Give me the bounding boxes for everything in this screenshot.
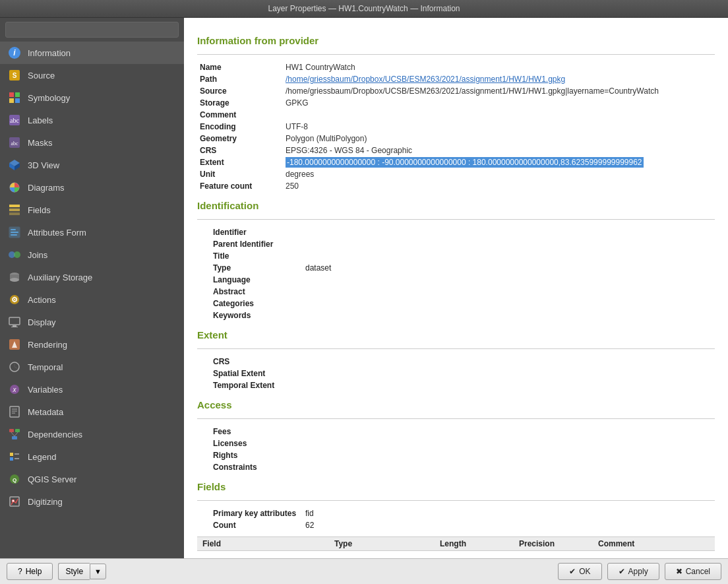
sidebar-item-actions[interactable]: ⚙ Actions	[0, 288, 184, 311]
sidebar-item-labels[interactable]: abc Labels	[0, 109, 184, 131]
sidebar-item-label: Auxiliary Storage	[28, 273, 92, 282]
field-value: GPKG	[283, 97, 715, 109]
field-value: EPSG:4326 - WGS 84 - Geographic	[283, 145, 715, 156]
sidebar-item-digitizing[interactable]: Digitizing	[0, 490, 184, 513]
field-value: UTF-8	[283, 121, 715, 133]
table-row: Licenses	[210, 438, 728, 449]
sidebar-item-label: Legend	[28, 452, 56, 462]
sidebar-item-qgis-server[interactable]: Q QGIS Server	[0, 468, 184, 490]
digitizing-icon	[8, 495, 21, 508]
sidebar-item-diagrams[interactable]: Diagrams	[0, 176, 184, 199]
sidebar-item-label: Symbology	[28, 93, 70, 103]
table-row: Path /home/griessbaum/Dropbox/UCSB/ESM26…	[197, 73, 715, 85]
field-label: Primary key attributes	[210, 507, 303, 519]
field-label: Extent	[197, 156, 283, 168]
apply-button[interactable]: ✔ Apply	[607, 563, 659, 580]
field-value: -180.0000000000000000 : -90.000000000000…	[283, 156, 715, 168]
svg-rect-42	[9, 429, 14, 432]
path-link[interactable]: /home/griessbaum/Dropbox/UCSB/ESM263/202…	[286, 75, 565, 84]
table-row: Source /home/griessbaum/Dropbox/UCSB/ESM…	[197, 85, 715, 97]
svg-rect-28	[9, 317, 20, 325]
sidebar-item-variables[interactable]: x Variables	[0, 378, 184, 401]
variables-icon: x	[8, 383, 21, 396]
symbology-icon	[8, 91, 21, 104]
field-value: HW1 CountryWatch	[283, 61, 715, 73]
field-value: /home/griessbaum/Dropbox/UCSB/ESM263/202…	[283, 73, 715, 85]
field-label: Keywords	[210, 309, 303, 321]
help-button[interactable]: ? Help	[7, 563, 53, 580]
sidebar-item-label: Dependencies	[28, 430, 82, 439]
masks-icon: abc	[8, 136, 21, 149]
access-divider	[197, 418, 715, 419]
table-row: CRS	[210, 356, 728, 368]
identification-divider	[197, 219, 715, 220]
field-value	[303, 238, 728, 250]
sidebar-item-label: Attributes Form	[28, 228, 86, 238]
identification-table: Identifier Parent Identifier Title Typed…	[210, 226, 728, 321]
svg-rect-20	[11, 234, 17, 236]
field-label: Spatial Extent	[210, 368, 303, 379]
sidebar-item-symbology[interactable]: Symbology	[0, 86, 184, 109]
svg-line-46	[15, 432, 18, 436]
3d-view-icon	[8, 158, 21, 172]
ok-button[interactable]: ✔ OK	[558, 563, 601, 580]
field-value	[303, 461, 728, 473]
field-label: Unit	[197, 168, 283, 180]
table-row: Storage GPKG	[197, 97, 715, 109]
legend-icon	[8, 450, 21, 463]
field-label: Constraints	[210, 461, 303, 473]
help-label: Help	[26, 567, 42, 576]
sidebar-item-label: 3D View	[28, 160, 59, 170]
style-button[interactable]: Style	[58, 563, 90, 580]
ok-icon: ✔	[569, 567, 576, 576]
help-icon: ?	[18, 567, 22, 576]
col-precision: Precision	[519, 539, 598, 548]
field-value	[283, 109, 715, 121]
actions-icon: ⚙	[8, 293, 21, 306]
cancel-button[interactable]: ✖ Cancel	[665, 563, 721, 580]
sidebar-item-rendering[interactable]: Rendering	[0, 333, 184, 356]
cancel-label: Cancel	[686, 567, 710, 576]
sidebar-item-label: Metadata	[28, 407, 63, 417]
sidebar-item-dependencies[interactable]: Dependencies	[0, 423, 184, 445]
svg-rect-29	[13, 325, 16, 327]
field-label: Abstract	[210, 286, 303, 298]
search-input[interactable]	[5, 22, 179, 38]
field-value: fid	[303, 507, 728, 519]
sidebar-item-legend[interactable]: Legend	[0, 445, 184, 468]
svg-text:x: x	[13, 386, 17, 393]
field-label: CRS	[197, 145, 283, 156]
field-label: Rights	[210, 449, 303, 461]
col-length: Length	[440, 539, 519, 548]
table-row: CRS EPSG:4326 - WGS 84 - Geographic	[197, 145, 715, 156]
sidebar-item-information[interactable]: i Information	[0, 42, 184, 64]
sidebar-item-fields[interactable]: Fields	[0, 199, 184, 221]
sidebar-item-joins[interactable]: Joins	[0, 243, 184, 266]
sidebar-item-3d-view[interactable]: 3D View	[0, 154, 184, 176]
info-from-provider-header: Information from provider	[197, 35, 715, 49]
joins-icon	[8, 248, 21, 261]
table-row: Title	[210, 250, 728, 262]
field-label: Parent Identifier	[210, 238, 303, 250]
ok-label: OK	[579, 567, 590, 576]
sidebar-item-attributes-form[interactable]: Attributes Form	[0, 221, 184, 243]
sidebar-item-auxiliary-storage[interactable]: Auxiliary Storage	[0, 266, 184, 288]
apply-icon: ✔	[619, 567, 625, 576]
field-label: CRS	[210, 356, 303, 368]
sidebar-item-temporal[interactable]: Temporal	[0, 356, 184, 378]
sidebar-item-display[interactable]: Display	[0, 311, 184, 333]
sidebar-item-metadata[interactable]: Metadata	[0, 401, 184, 423]
fields-meta-table: Primary key attributes fid Count 62	[210, 507, 728, 531]
style-dropdown-arrow[interactable]: ▼	[90, 564, 106, 579]
sidebar-item-source[interactable]: S Source	[0, 64, 184, 86]
table-row: Temporal Extent	[210, 379, 728, 391]
bottom-bar: ? Help Style ▼ ✔ OK ✔ Apply ✖ Cancel	[0, 558, 728, 584]
sidebar-item-label: Actions	[28, 295, 56, 305]
sidebar-item-label: Joins	[28, 250, 47, 260]
field-value	[303, 226, 728, 238]
svg-rect-16	[9, 212, 20, 215]
cancel-icon: ✖	[676, 567, 682, 576]
field-label: Geometry	[197, 133, 283, 145]
sidebar-item-masks[interactable]: abc Masks	[0, 131, 184, 154]
table-row: Encoding UTF-8	[197, 121, 715, 133]
